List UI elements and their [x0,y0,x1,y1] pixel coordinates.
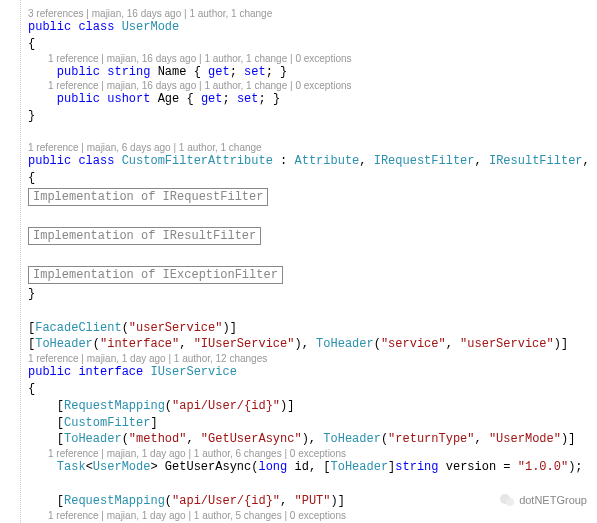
code-line[interactable]: public class UserMode [8,19,589,36]
codelens-usermode[interactable]: 3 references | majian, 16 days ago | 1 a… [8,8,589,19]
blank-line [8,476,589,493]
code-line[interactable]: [CustomFilter] [8,415,589,432]
codelens-iuserservice[interactable]: 1 reference | majian, 1 day ago | 1 auth… [8,353,589,364]
code-line[interactable]: public class CustomFilterAttribute : Att… [8,153,589,170]
svg-point-1 [506,498,514,506]
code-line[interactable]: [ToHeader("interface", "IUserService"), … [8,336,589,353]
code-line[interactable]: [FacadeClient("userService")] [8,320,589,337]
code-line[interactable]: public interface IUserService [8,364,589,381]
codelens-getuser[interactable]: 1 reference | majian, 1 day ago | 1 auth… [8,448,589,459]
watermark: dotNETGroup [499,492,587,508]
code-line[interactable]: public string Name { get; set; } [8,64,589,81]
collapsed-region-request[interactable]: Implementation of IRequestFilter [28,188,268,206]
code-line[interactable]: } [8,286,589,303]
gutter [0,0,21,523]
collapsed-region-result[interactable]: Implementation of IResultFilter [28,227,261,245]
blank-line [8,303,589,320]
codelens-putuser[interactable]: 1 reference | majian, 1 day ago | 1 auth… [8,510,589,521]
blank-line [8,247,589,264]
codelens-name[interactable]: 1 reference | majian, 16 days ago | 1 au… [8,53,589,64]
wechat-icon [499,492,515,508]
codelens-customfilter[interactable]: 1 reference | majian, 6 days ago | 1 aut… [8,142,589,153]
code-line[interactable]: Task<UserMode> GetUserAsync(long id, [To… [8,459,589,476]
blank-line [8,125,589,142]
codelens-age[interactable]: 1 reference | majian, 16 days ago | 1 au… [8,80,589,91]
code-line[interactable]: { [8,36,589,53]
code-line[interactable]: { [8,170,589,187]
code-line[interactable]: public ushort Age { get; set; } [8,91,589,108]
collapsed-region-exception[interactable]: Implementation of IExceptionFilter [28,266,283,284]
code-line[interactable]: [ToHeader("method", "GetUserAsync"), ToH… [8,431,589,448]
code-line[interactable]: { [8,381,589,398]
watermark-text: dotNETGroup [519,494,587,506]
code-line[interactable]: } [8,108,589,125]
code-line[interactable]: [RequestMapping("api/User/{id}")] [8,398,589,415]
blank-line [8,208,589,225]
